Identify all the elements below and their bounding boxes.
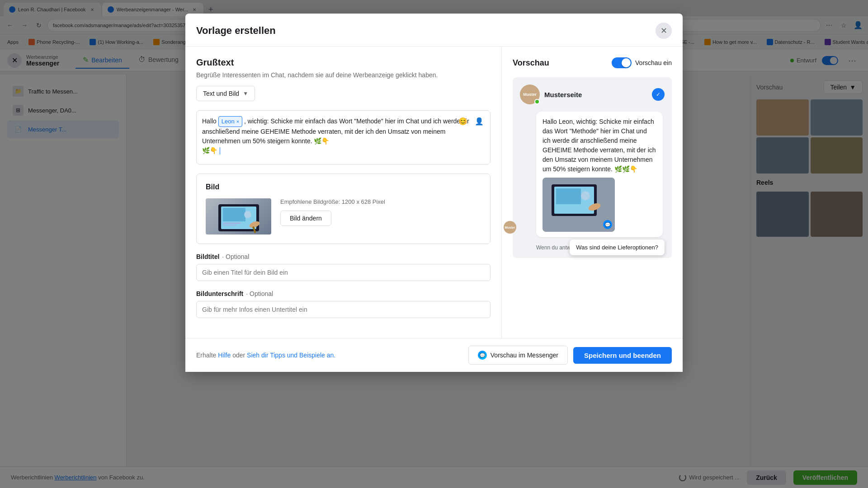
- bild-size-text: Empfohlene Bildgröße: 1200 x 628 Pixel: [280, 198, 481, 205]
- bildtitel-label-text: Bildtitel: [196, 253, 219, 260]
- modal-left: Grußtext Begrüße Interessenten im Chat, …: [185, 47, 502, 338]
- leon-tag[interactable]: Leon ×: [218, 116, 242, 127]
- dropdown-label: Text und Bild: [203, 90, 239, 97]
- preview-messenger-button[interactable]: 💬 Vorschau im Messenger: [468, 346, 568, 365]
- chat-bottom-area: Wenn du antworte öffentlichen Informa. W…: [520, 244, 665, 251]
- bildunterschrift-input[interactable]: [196, 301, 491, 318]
- bild-title: Bild: [206, 183, 481, 191]
- bild-change-button[interactable]: Bild ändern: [280, 211, 331, 226]
- bild-content: Empfohlene Bildgröße: 1200 x 628 Pixel B…: [206, 198, 481, 235]
- grusstext-section: Grußtext Begrüße Interessenten im Chat, …: [196, 57, 491, 318]
- footer-or-text: oder: [232, 352, 245, 359]
- grusstext-title: Grußtext: [196, 57, 491, 68]
- chat-preview: Muster Musterseite ✓ Muster: [513, 77, 672, 258]
- messenger-btn-icon: 💬: [478, 351, 487, 360]
- bild-info: Empfohlene Bildgröße: 1200 x 628 Pixel B…: [280, 198, 481, 226]
- editor-icons: 😊 👤: [457, 115, 486, 128]
- modal-header: Vorlage erstellen ✕: [185, 14, 683, 47]
- lieferoption-popup: Was sind deine Lieferoptionen?: [570, 239, 665, 255]
- bildunterschrift-label: Bildunterschrift · Optional: [196, 290, 491, 297]
- footer-text: Erhalte Hilfe oder Sieh dir Tipps und Be…: [196, 352, 335, 359]
- editor-content: Hallo Leon × , wichtig: Schicke mir einf…: [202, 117, 469, 145]
- avatar-label: Muster: [523, 93, 537, 97]
- svg-point-12: [581, 191, 590, 200]
- bildtitel-input[interactable]: [196, 264, 491, 281]
- modal-title: Vorlage erstellen: [196, 25, 276, 37]
- page-name: Musterseite: [544, 91, 582, 99]
- modal-overlay: Vorlage erstellen ✕ Grußtext Begrüße Int…: [0, 0, 868, 488]
- preview-toggle-label: Vorschau ein: [635, 59, 672, 66]
- modal-body: Grußtext Begrüße Interessenten im Chat, …: [185, 47, 683, 338]
- online-indicator: [534, 99, 540, 104]
- footer-tipps-link[interactable]: Sieh dir Tipps und Beispiele an.: [247, 352, 335, 359]
- text-cursor: [220, 147, 220, 155]
- chat-page-info: Muster Musterseite: [520, 84, 582, 104]
- vorlage-modal: Vorlage erstellen ✕ Grußtext Begrüße Int…: [185, 14, 683, 372]
- verified-badge: ✓: [652, 88, 665, 101]
- chat-avatar-small: Muster: [504, 221, 516, 234]
- grusstext-desc: Begrüße Interessenten im Chat, nachdem s…: [196, 71, 491, 79]
- footer-help-link[interactable]: Hilfe: [218, 352, 231, 359]
- text-bild-dropdown[interactable]: Text und Bild ▼: [196, 86, 255, 101]
- bildunterschrift-optional: · Optional: [246, 290, 273, 297]
- tag-text: Leon: [222, 117, 235, 126]
- chat-bubble: Hallo Leon, wichtig: Schicke mir einfach…: [536, 112, 663, 237]
- toggle-thumb: [622, 58, 631, 67]
- footer-erhalte: Erhalte: [196, 352, 216, 359]
- text-emojis-line2: 🌿👇: [202, 147, 217, 154]
- bild-section: Bild: [196, 174, 491, 244]
- person-tag-icon[interactable]: 👤: [473, 115, 486, 128]
- modal-footer: Erhalte Hilfe oder Sieh dir Tipps und Be…: [185, 338, 683, 372]
- modal-close-button[interactable]: ✕: [656, 23, 672, 39]
- chat-bubble-container: Muster Hallo Leon, wichtig: Schicke mir …: [520, 112, 665, 237]
- dropdown-arrow-icon: ▼: [243, 90, 248, 97]
- svg-rect-2: [223, 208, 245, 221]
- messenger-icon-badge: 💬: [603, 220, 612, 229]
- svg-point-3: [244, 211, 251, 218]
- page-avatar: Muster: [520, 84, 540, 104]
- chat-header: Muster Musterseite ✓: [520, 84, 665, 104]
- save-button[interactable]: Speichern und beenden: [573, 347, 672, 364]
- bildunterschrift-label-text: Bildunterschrift: [196, 290, 243, 297]
- lieferoption-text: Was sind deine Lieferoptionen?: [576, 244, 658, 251]
- preview-toggle-group: Vorschau ein: [612, 57, 672, 68]
- emoji-icon[interactable]: 😊: [457, 115, 469, 128]
- svg-rect-11: [556, 188, 581, 204]
- text-body: , wichtig: Schicke mir einfach das Wort …: [202, 117, 469, 145]
- chat-avatar-label: Muster: [505, 226, 515, 229]
- chat-bubble-text: Hallo Leon, wichtig: Schicke mir einfach…: [542, 118, 656, 173]
- bildtitel-label: Bildtitel · Optional: [196, 253, 491, 260]
- preview-header-row: Vorschau Vorschau ein: [513, 57, 672, 68]
- text-editor[interactable]: 😊 👤 Hallo Leon × , wichtig: Schicke mir …: [196, 110, 491, 164]
- preview-messenger-label: Vorschau im Messenger: [491, 352, 558, 359]
- bildunterschrift-section: Bildunterschrift · Optional: [196, 290, 491, 318]
- modal-right: Vorschau Vorschau ein Muster: [502, 47, 683, 338]
- bild-image: [206, 198, 271, 235]
- chat-image-preview: 💬: [542, 178, 615, 232]
- footer-buttons: 💬 Vorschau im Messenger Speichern und be…: [468, 346, 672, 365]
- tag-remove-icon[interactable]: ×: [236, 118, 239, 126]
- preview-title: Vorschau: [513, 58, 549, 68]
- bild-image-inner: [206, 198, 271, 235]
- tablet-illustration: [209, 200, 268, 234]
- text-hallo: Hallo: [202, 117, 218, 125]
- bildtitel-optional: · Optional: [222, 253, 249, 260]
- bildtitel-section: Bildtitel · Optional: [196, 253, 491, 281]
- preview-toggle-switch[interactable]: [612, 57, 632, 68]
